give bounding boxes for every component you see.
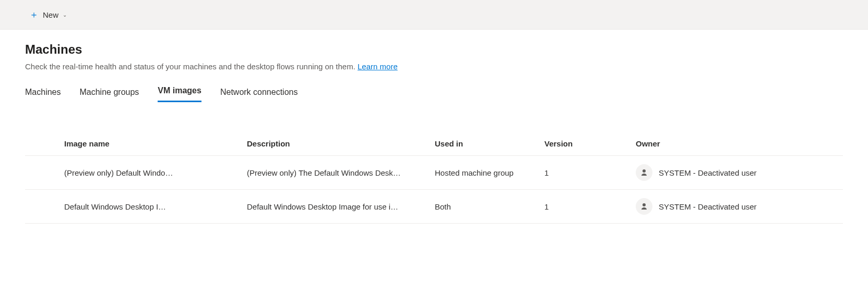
cell-description: Default Windows Desktop Image for use i… xyxy=(247,202,435,211)
page-description-text: Check the real-time health and status of… xyxy=(25,62,358,71)
vm-images-table: Image name Description Used in Version O… xyxy=(25,133,843,224)
learn-more-link[interactable]: Learn more xyxy=(358,62,398,71)
col-header-name[interactable]: Image name xyxy=(64,139,247,148)
cell-usedin: Both xyxy=(435,202,544,211)
table-row[interactable]: (Preview only) Default Windo… (Preview o… xyxy=(25,156,843,190)
table-row[interactable]: Default Windows Desktop I… Default Windo… xyxy=(25,190,843,224)
new-button[interactable]: ＋ New ⌄ xyxy=(25,5,71,24)
col-header-spacer xyxy=(46,139,64,148)
cell-description: (Preview only) The Default Windows Desk… xyxy=(247,168,435,177)
new-button-label: New xyxy=(43,10,58,19)
page-title: Machines xyxy=(25,42,843,57)
tab-network-connections[interactable]: Network connections xyxy=(220,85,298,104)
owner-avatar-icon xyxy=(636,198,652,215)
tab-vm-images[interactable]: VM images xyxy=(158,84,201,102)
cell-owner: SYSTEM - Deactivated user xyxy=(636,198,843,215)
col-header-owner[interactable]: Owner xyxy=(636,139,843,148)
plus-icon: ＋ xyxy=(29,8,39,21)
cell-usedin: Hosted machine group xyxy=(435,168,544,177)
tabs: Machines Machine groups VM images Networ… xyxy=(25,85,843,104)
chevron-down-icon: ⌄ xyxy=(63,12,67,18)
col-header-version[interactable]: Version xyxy=(544,139,636,148)
toolbar: ＋ New ⌄ xyxy=(0,0,868,30)
cell-owner: SYSTEM - Deactivated user xyxy=(636,164,843,181)
owner-name: SYSTEM - Deactivated user xyxy=(659,168,757,177)
page-description: Check the real-time health and status of… xyxy=(25,62,843,71)
content-area: Machines Check the real-time health and … xyxy=(0,30,868,224)
tab-machine-groups[interactable]: Machine groups xyxy=(79,85,139,104)
cell-name[interactable]: Default Windows Desktop I… xyxy=(64,202,247,211)
cell-version: 1 xyxy=(544,202,636,211)
table-header: Image name Description Used in Version O… xyxy=(25,133,843,156)
col-header-checkbox xyxy=(25,139,46,148)
col-header-usedin[interactable]: Used in xyxy=(435,139,544,148)
tab-machines[interactable]: Machines xyxy=(25,85,61,104)
cell-version: 1 xyxy=(544,168,636,177)
cell-name[interactable]: (Preview only) Default Windo… xyxy=(64,168,247,177)
col-header-description[interactable]: Description xyxy=(247,139,435,148)
owner-avatar-icon xyxy=(636,164,652,181)
owner-name: SYSTEM - Deactivated user xyxy=(659,202,757,211)
